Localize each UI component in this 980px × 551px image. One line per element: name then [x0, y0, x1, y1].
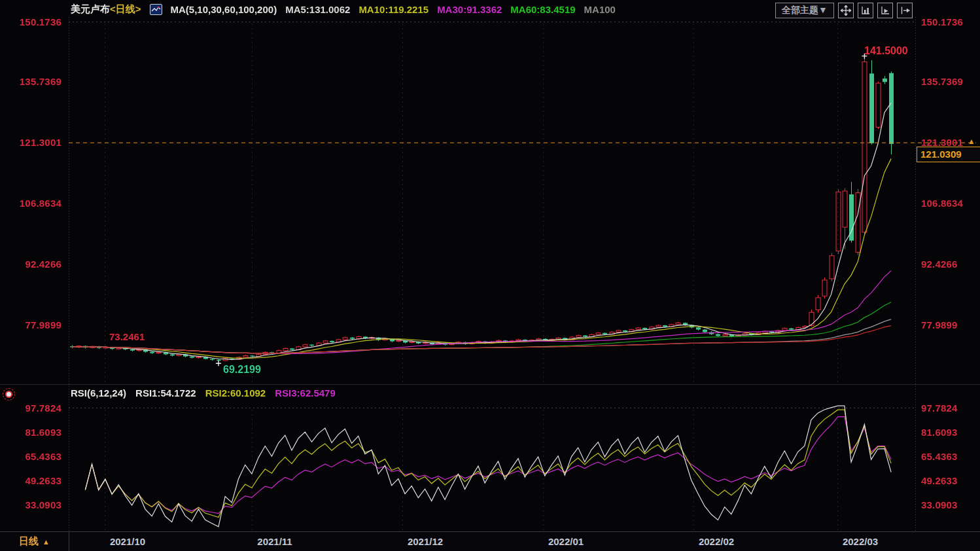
theme-dropdown-button[interactable]: 全部主题▼ [775, 3, 834, 18]
price-tick: 135.7369 [921, 76, 963, 87]
period-tag: <日线> [110, 3, 141, 16]
rsi-tick: 33.0903 [25, 499, 61, 510]
period-label: 日线 [19, 535, 39, 548]
price-axis-right[interactable]: 150.1736 135.7369 121.3001 106.8634 92.4… [919, 0, 980, 531]
ma10-value: MA10:119.2215 [359, 4, 429, 15]
rsi-tick: 65.4363 [25, 451, 61, 462]
high-price-annotation: 141.5000 [864, 45, 908, 57]
rsi-tick: 65.4363 [921, 451, 958, 462]
scale-axis-candles-icon[interactable] [858, 3, 873, 18]
price-tick: 150.1736 [921, 16, 963, 27]
date-label: 2021/11 [245, 536, 304, 547]
pan-move-icon[interactable] [838, 3, 854, 18]
scale-axis-play-icon[interactable] [877, 3, 893, 18]
price-axis-left[interactable]: 150.1736 135.7369 121.3001 106.8634 92.4… [0, 0, 65, 531]
chart-header: 美元卢布<日线> MA(5,10,30,60,100,200) MA5:131.… [71, 3, 616, 16]
reference-price-annotation: 73.2461 [109, 331, 145, 342]
ma100-label: MA100 [584, 4, 616, 15]
price-tick: 150.1736 [20, 16, 61, 27]
trading-app-window: { "header": { "symbol": "美元卢布", "period"… [0, 0, 980, 551]
date-label: 2022/02 [687, 536, 746, 547]
rsi3-value: RSI3:62.5479 [275, 387, 336, 399]
current-price-tag: 121.0309 [917, 147, 980, 162]
rsi-tick: 33.0903 [921, 499, 958, 510]
price-tick: 106.8634 [921, 198, 963, 209]
price-tick: 121.3001 [20, 137, 61, 148]
low-price-annotation: 69.2199 [223, 364, 261, 376]
date-label: 2021/12 [396, 536, 455, 547]
price-tick: 92.4266 [921, 258, 958, 270]
alert-up-arrow-icon: ▲ [968, 137, 975, 146]
price-tick: 135.7369 [20, 76, 61, 87]
date-label: 2022/01 [536, 536, 595, 547]
ma-group-label: MA(5,10,30,60,100,200) [171, 4, 277, 15]
ma60-value: MA60:83.4519 [510, 4, 575, 15]
symbol-name: 美元卢布 [71, 3, 110, 16]
ma30-value: MA30:91.3362 [437, 4, 502, 15]
price-tick: 92.4266 [25, 258, 61, 270]
rsi-tick: 49.2633 [921, 475, 958, 486]
period-selector[interactable]: 日线 ▲ [0, 532, 69, 551]
rsi1-value: RSI1:54.1722 [135, 387, 196, 399]
rsi-tick: 49.2633 [25, 475, 61, 486]
chart-style-icon[interactable] [150, 4, 162, 15]
rsi-title: RSI(6,12,24) [71, 387, 126, 399]
price-and-rsi-chart-canvas[interactable] [0, 0, 980, 551]
rsi-tick: 97.7824 [25, 402, 61, 414]
chart-toolbar: 全部主题▼ [775, 3, 913, 18]
rsi2-value: RSI2:60.1092 [205, 387, 266, 399]
price-tick: 77.9899 [921, 319, 958, 330]
price-tick: 106.8634 [20, 198, 61, 209]
rsi-tick: 97.7824 [921, 402, 958, 414]
rsi-tick: 81.6093 [921, 427, 958, 438]
date-label: 2022/03 [831, 536, 890, 547]
shift-right-icon[interactable] [897, 3, 913, 18]
rsi-header: RSI(6,12,24) RSI1:54.1722 RSI2:60.1092 R… [71, 387, 336, 399]
period-up-arrow-icon: ▲ [43, 538, 50, 546]
ma5-value: MA5:131.0062 [285, 4, 350, 15]
indicator-alarm-icon[interactable] [3, 388, 15, 400]
date-label: 2021/10 [98, 536, 157, 547]
rsi-tick: 81.6093 [25, 427, 61, 438]
price-tick: 77.9899 [25, 319, 61, 330]
price-tick: 121.3001 [921, 137, 963, 148]
